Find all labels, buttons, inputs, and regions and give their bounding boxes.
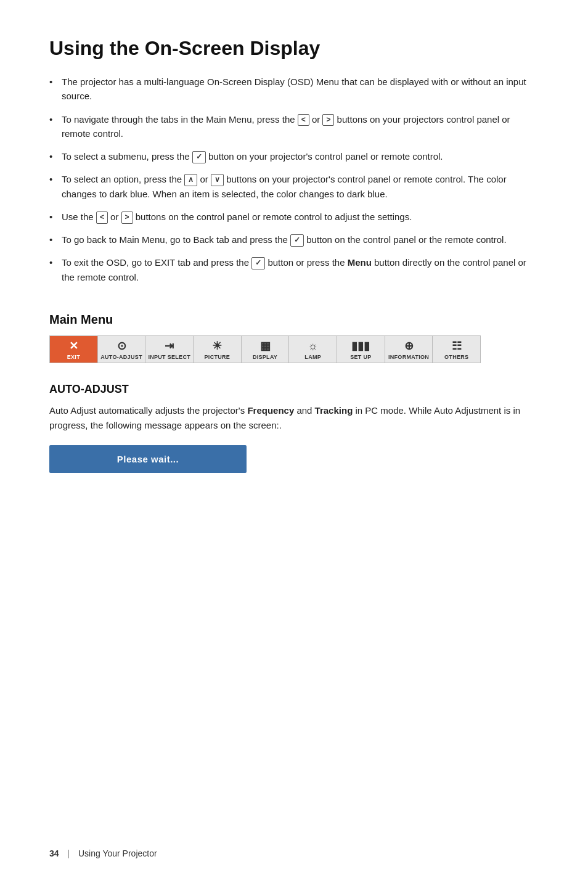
menu-item-display[interactable]: ▦ DISPLAY	[242, 336, 290, 363]
input-select-icon: ⇥	[165, 340, 174, 353]
footer-divider: |	[67, 848, 70, 858]
right-button-icon: >	[322, 114, 334, 126]
left-button-icon: <	[298, 114, 309, 126]
lamp-icon: ☼	[308, 340, 318, 353]
up-button-icon: ∧	[184, 174, 197, 186]
bullet-item-2: To navigate through the tabs in the Main…	[49, 112, 539, 150]
bullet-list: The projector has a multi-language On-Sc…	[49, 75, 539, 293]
bullet-item-5: Use the < or > buttons on the control pa…	[49, 210, 539, 232]
auto-adjust-icon: ⊙	[117, 340, 126, 353]
menu-item-others[interactable]: ☷ OTHERS	[433, 336, 480, 363]
menu-item-exit[interactable]: ✕ EXIT	[50, 336, 98, 363]
osd-menu-bar: ✕ EXIT ⊙ AUTO-ADJUST ⇥ INPUT SELECT ☀ PI…	[49, 335, 481, 364]
menu-item-auto-adjust[interactable]: ⊙ AUTO-ADJUST	[98, 336, 146, 363]
please-wait-box: Please wait...	[49, 445, 247, 473]
menu-item-lamp[interactable]: ☼ LAMP	[289, 336, 337, 363]
check-button-icon-2: ✓	[290, 234, 304, 247]
picture-icon: ☀	[212, 340, 222, 353]
others-icon: ☷	[452, 340, 462, 353]
menu-item-set-up[interactable]: ▮▮▮ SET UP	[337, 336, 385, 363]
right-button-icon-2: >	[121, 212, 133, 224]
menu-item-information[interactable]: ⊕ INFORMATION	[385, 336, 433, 363]
display-icon: ▦	[260, 340, 271, 353]
menu-item-picture[interactable]: ☀ PICTURE	[194, 336, 242, 363]
bullet-item-7: To exit the OSD, go to EXIT tab and pres…	[49, 255, 539, 293]
exit-icon: ✕	[69, 340, 78, 353]
information-icon: ⊕	[404, 340, 414, 353]
page-container: Using the On-Screen Display The projecto…	[0, 0, 588, 522]
down-button-icon: ∨	[211, 174, 224, 186]
page-title: Using the On-Screen Display	[49, 37, 539, 60]
auto-adjust-heading: AUTO-ADJUST	[49, 383, 539, 396]
left-button-icon-2: <	[96, 212, 108, 224]
footer: 34 | Using Your Projector	[49, 848, 157, 858]
setup-icon: ▮▮▮	[351, 340, 370, 353]
bullet-item-1: The projector has a multi-language On-Sc…	[49, 75, 539, 112]
check-button-icon: ✓	[192, 151, 206, 163]
bullet-item-3: To select a submenu, press the ✓ button …	[49, 149, 539, 172]
auto-adjust-description: Auto Adjust automatically adjusts the pr…	[49, 403, 539, 433]
bullet-item-4: To select an option, press the ∧ or ∨ bu…	[49, 172, 539, 210]
main-menu-heading: Main Menu	[49, 313, 539, 327]
menu-item-input-select[interactable]: ⇥ INPUT SELECT	[145, 336, 194, 363]
bullet-item-6: To go back to Main Menu, go to Back tab …	[49, 232, 539, 255]
check-button-icon-3: ✓	[251, 257, 265, 269]
